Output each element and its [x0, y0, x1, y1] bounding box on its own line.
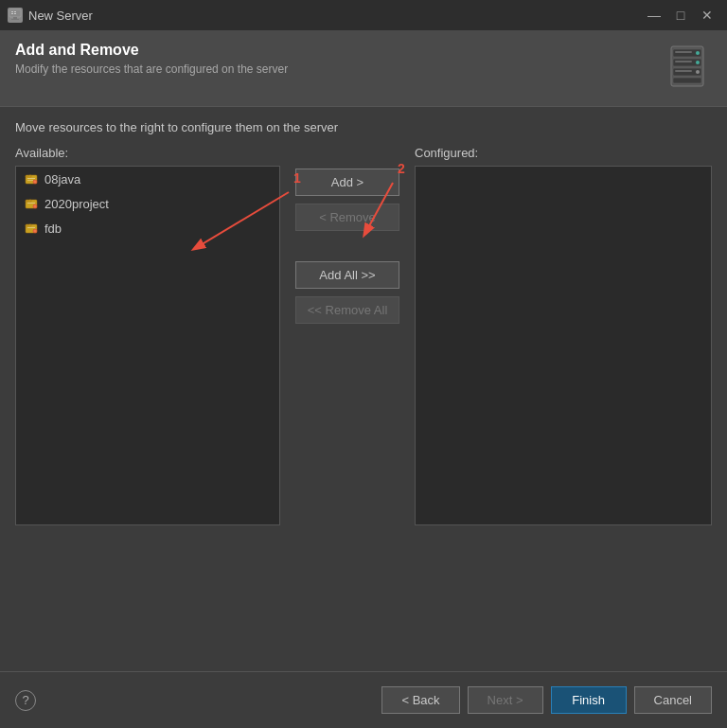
- window-title: New Server: [28, 9, 93, 23]
- available-label: Available:: [15, 146, 280, 160]
- remove-button[interactable]: < Remove: [295, 204, 399, 231]
- help-button[interactable]: ?: [15, 690, 36, 711]
- header-subtitle: Modify the resources that are configured…: [15, 62, 288, 76]
- svg-rect-3: [11, 13, 13, 14]
- titlebar-left: New Server: [8, 8, 93, 23]
- list-item[interactable]: 08java: [16, 167, 279, 191]
- header-text: Add and Remove Modify the resources that…: [15, 42, 288, 76]
- app-icon: [8, 8, 23, 23]
- svg-rect-29: [27, 203, 35, 204]
- configured-panel: Configured:: [415, 146, 712, 525]
- add-button[interactable]: Add >: [295, 169, 399, 196]
- footer-left: ?: [15, 690, 36, 711]
- header-title: Add and Remove: [15, 42, 288, 59]
- svg-rect-16: [675, 61, 692, 62]
- footer-right: < Back Next > Finish Cancel: [381, 686, 712, 714]
- footer: ? < Back Next > Finish Cancel: [0, 671, 727, 728]
- close-button[interactable]: ✕: [695, 5, 719, 26]
- instruction-text: Move resources to the right to configure…: [15, 120, 712, 134]
- transfer-buttons: Add > < Remove Add All >> << Remove All: [280, 146, 415, 324]
- project-icon: [24, 171, 39, 186]
- svg-rect-26: [27, 180, 33, 181]
- svg-rect-17: [675, 70, 692, 72]
- svg-rect-4: [14, 13, 16, 14]
- configured-label: Configured:: [415, 146, 712, 160]
- svg-point-33: [33, 229, 37, 233]
- svg-point-30: [33, 204, 37, 208]
- project-icon: [24, 196, 39, 211]
- svg-rect-25: [27, 178, 35, 179]
- svg-rect-6: [11, 19, 19, 20]
- svg-point-13: [696, 61, 700, 64]
- panels-row: Available: 08java: [15, 146, 712, 553]
- item-name: 08java: [44, 172, 80, 186]
- add-all-button[interactable]: Add All >>: [295, 261, 399, 289]
- svg-rect-15: [675, 51, 692, 53]
- svg-rect-5: [13, 17, 17, 19]
- titlebar: New Server — □ ✕: [0, 0, 727, 30]
- main-content: Move resources to the right to configure…: [0, 107, 727, 671]
- back-button[interactable]: < Back: [381, 686, 459, 714]
- finish-button[interactable]: Finish: [551, 686, 627, 714]
- minimize-button[interactable]: —: [642, 5, 666, 26]
- remove-all-button[interactable]: << Remove All: [295, 296, 399, 324]
- svg-point-12: [696, 51, 700, 55]
- available-panel: Available: 08java: [15, 146, 280, 525]
- svg-rect-32: [27, 227, 35, 228]
- svg-rect-2: [14, 11, 16, 12]
- server-icon: [663, 42, 712, 91]
- svg-rect-11: [673, 78, 701, 83]
- svg-point-14: [696, 70, 700, 74]
- window-controls: — □ ✕: [642, 5, 719, 26]
- svg-rect-1: [11, 11, 13, 12]
- item-name: fdb: [44, 222, 62, 236]
- configured-list[interactable]: [415, 166, 712, 525]
- next-button[interactable]: Next >: [468, 686, 543, 714]
- list-item[interactable]: fdb: [16, 216, 279, 240]
- item-name: 2020project: [44, 197, 109, 211]
- header-section: Add and Remove Modify the resources that…: [0, 30, 727, 106]
- cancel-button[interactable]: Cancel: [634, 686, 712, 714]
- list-item[interactable]: 2020project: [16, 191, 279, 216]
- maximize-button[interactable]: □: [668, 5, 693, 26]
- svg-point-27: [33, 180, 37, 184]
- available-list[interactable]: 08java 2020project: [15, 166, 280, 525]
- project-icon: [24, 221, 39, 236]
